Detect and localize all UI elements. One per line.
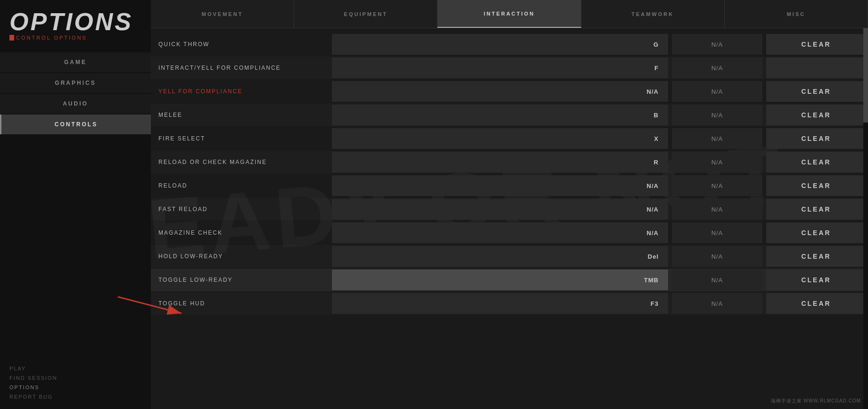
alt-key-cell[interactable]: N/A	[672, 128, 762, 149]
action-label: FAST RELOAD	[151, 206, 330, 213]
clear-label: CLEAR	[801, 182, 831, 189]
sidebar: OPTIONS CONTROL OPTIONS GAMEGRAPHICSAUDI…	[0, 0, 151, 409]
nav-menu: GAMEGRAPHICSAUDIOCONTROLS	[0, 52, 151, 134]
action-label: TOGGLE HUD	[151, 300, 330, 307]
primary-key-cell[interactable]: B	[332, 105, 668, 125]
bottom-logo: 瑞稀手游之家 WWW.RLMCGAD.COM	[771, 398, 861, 404]
clear-button[interactable]: CLEAR	[766, 175, 866, 196]
action-label: INTERACT/YELL FOR COMPLIANCE	[151, 65, 330, 71]
sidebar-link-find-session[interactable]: FIND SESSION	[9, 375, 141, 381]
clear-label: CLEAR	[801, 41, 831, 48]
primary-key-value: F	[654, 65, 659, 72]
alt-key-value: N/A	[711, 229, 723, 237]
table-row: MELEEBN/ACLEAR	[151, 104, 868, 126]
primary-key-value: R	[654, 159, 659, 166]
subtitle-bar	[9, 35, 14, 41]
primary-key-cell[interactable]: F	[332, 57, 668, 78]
clear-label: CLEAR	[801, 88, 831, 95]
alt-key-cell[interactable]: N/A	[672, 34, 762, 55]
tab-interaction[interactable]: INTERACTION	[438, 0, 581, 28]
sidebar-item-controls[interactable]: CONTROLS	[0, 115, 151, 134]
alt-key-value: N/A	[711, 300, 723, 307]
primary-key-value: N/A	[647, 229, 659, 237]
alt-key-cell[interactable]: N/A	[672, 246, 762, 267]
alt-key-cell[interactable]: N/A	[672, 199, 762, 220]
alt-key-cell[interactable]: N/A	[672, 222, 762, 243]
clear-button	[766, 57, 866, 78]
primary-key-value: Del	[648, 253, 659, 260]
tab-movement[interactable]: MOVEMENT	[151, 0, 294, 28]
sidebar-item-audio[interactable]: AUDIO	[0, 94, 151, 114]
clear-button[interactable]: CLEAR	[766, 246, 866, 267]
alt-key-value: N/A	[711, 88, 723, 95]
clear-button[interactable]: CLEAR	[766, 152, 866, 172]
primary-key-cell[interactable]: G	[332, 34, 668, 55]
table-row: FIRE SELECTXN/ACLEAR	[151, 127, 868, 150]
alt-key-value: N/A	[711, 159, 723, 166]
tab-bar: MOVEMENTEQUIPMENTINTERACTIONTEAMWORKMISC	[151, 0, 868, 28]
primary-key-value: F3	[651, 300, 659, 307]
sidebar-bottom: PLAYFIND SESSIONOPTIONSREPORT BUG	[0, 356, 151, 409]
action-label: RELOAD	[151, 182, 330, 189]
action-label: YELL FOR COMPLIANCE	[151, 88, 330, 95]
clear-button[interactable]: CLEAR	[766, 270, 866, 290]
scrollbar[interactable]	[863, 28, 868, 409]
primary-key-value: TMB	[644, 277, 659, 284]
primary-key-value: X	[654, 135, 659, 142]
app-title: OPTIONS	[9, 9, 141, 34]
primary-key-cell[interactable]: F3	[332, 293, 668, 314]
clear-button[interactable]: CLEAR	[766, 293, 866, 314]
alt-key-cell[interactable]: N/A	[672, 81, 762, 102]
table-row: MAGAZINE CHECKN/AN/ACLEAR	[151, 221, 868, 244]
primary-key-cell[interactable]: N/A	[332, 175, 668, 196]
clear-label: CLEAR	[801, 300, 831, 307]
alt-key-cell[interactable]: N/A	[672, 105, 762, 125]
primary-key-cell[interactable]: Del	[332, 246, 668, 267]
clear-button[interactable]: CLEAR	[766, 81, 866, 102]
clear-label: CLEAR	[801, 135, 831, 142]
primary-key-cell[interactable]: N/A	[332, 81, 668, 102]
clear-label: CLEAR	[801, 205, 831, 213]
clear-button[interactable]: CLEAR	[766, 34, 866, 55]
sidebar-link-report-bug[interactable]: REPORT BUG	[9, 394, 141, 400]
alt-key-cell[interactable]: N/A	[672, 57, 762, 78]
primary-key-value: N/A	[647, 206, 659, 213]
tab-misc[interactable]: MISC	[725, 0, 868, 28]
app-subtitle: CONTROL OPTIONS	[9, 35, 141, 41]
alt-key-cell[interactable]: N/A	[672, 270, 762, 290]
alt-key-cell[interactable]: N/A	[672, 175, 762, 196]
alt-key-value: N/A	[711, 65, 723, 72]
sidebar-item-graphics[interactable]: GRAPHICS	[0, 73, 151, 93]
alt-key-value: N/A	[711, 135, 723, 142]
action-label: RELOAD OR CHECK MAGAZINE	[151, 159, 330, 165]
scrollbar-thumb[interactable]	[863, 28, 868, 123]
primary-key-cell[interactable]: TMB	[332, 270, 668, 290]
tab-equipment[interactable]: EQUIPMENT	[294, 0, 438, 28]
alt-key-cell[interactable]: N/A	[672, 293, 762, 314]
action-label: TOGGLE LOW-READY	[151, 277, 330, 283]
clear-button[interactable]: CLEAR	[766, 105, 866, 125]
alt-key-cell[interactable]: N/A	[672, 152, 762, 172]
main-content: MOVEMENTEQUIPMENTINTERACTIONTEAMWORKMISC…	[151, 0, 868, 409]
sidebar-item-game[interactable]: GAME	[0, 52, 151, 72]
keybind-table: QUICK THROWGN/ACLEARINTERACT/YELL FOR CO…	[151, 28, 868, 409]
alt-key-value: N/A	[711, 182, 723, 189]
sidebar-link-play[interactable]: PLAY	[9, 366, 141, 371]
clear-button[interactable]: CLEAR	[766, 222, 866, 243]
sidebar-link-options[interactable]: OPTIONS	[9, 384, 141, 390]
primary-key-cell[interactable]: N/A	[332, 199, 668, 220]
logo-area: OPTIONS CONTROL OPTIONS	[0, 0, 151, 43]
primary-key-cell[interactable]: X	[332, 128, 668, 149]
primary-key-value: N/A	[647, 88, 659, 95]
table-row: RELOADN/AN/ACLEAR	[151, 174, 868, 197]
table-row: RELOAD OR CHECK MAGAZINERN/ACLEAR	[151, 151, 868, 173]
alt-key-value: N/A	[711, 253, 723, 260]
clear-label: CLEAR	[801, 229, 831, 237]
tab-teamwork[interactable]: TEAMWORK	[581, 0, 725, 28]
primary-key-cell[interactable]: N/A	[332, 222, 668, 243]
clear-button[interactable]: CLEAR	[766, 199, 866, 220]
alt-key-value: N/A	[711, 41, 723, 48]
action-label: QUICK THROW	[151, 41, 330, 48]
clear-button[interactable]: CLEAR	[766, 128, 866, 149]
primary-key-cell[interactable]: R	[332, 152, 668, 172]
